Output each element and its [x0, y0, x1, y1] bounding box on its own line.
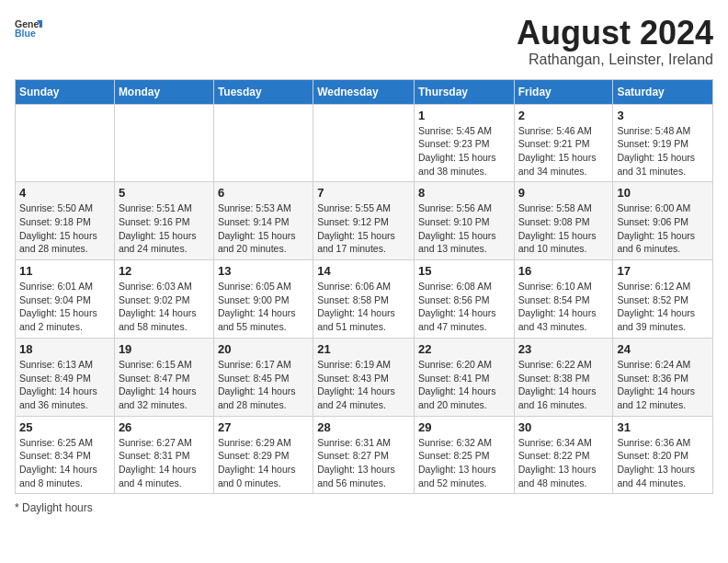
calendar-cell: 26Sunrise: 6:27 AM Sunset: 8:31 PM Dayli… — [114, 416, 213, 494]
calendar-cell: 10Sunrise: 6:00 AM Sunset: 9:06 PM Dayli… — [613, 182, 713, 260]
calendar-cell: 25Sunrise: 6:25 AM Sunset: 8:34 PM Dayli… — [16, 416, 115, 494]
calendar-week-5: 25Sunrise: 6:25 AM Sunset: 8:34 PM Dayli… — [16, 416, 713, 494]
day-number: 15 — [418, 264, 510, 278]
day-number: 27 — [218, 420, 309, 434]
svg-text:Blue: Blue — [15, 28, 36, 39]
day-number: 26 — [119, 420, 210, 434]
day-info: Sunrise: 6:24 AM Sunset: 8:36 PM Dayligh… — [617, 358, 709, 412]
day-number: 21 — [317, 342, 410, 356]
day-number: 17 — [617, 264, 709, 278]
day-info: Sunrise: 6:20 AM Sunset: 8:41 PM Dayligh… — [418, 358, 510, 412]
calendar-week-1: 1Sunrise: 5:45 AM Sunset: 9:23 PM Daylig… — [16, 104, 713, 182]
day-number: 18 — [19, 342, 110, 356]
calendar-cell — [313, 104, 415, 182]
calendar-cell: 20Sunrise: 6:17 AM Sunset: 8:45 PM Dayli… — [213, 338, 313, 416]
day-number: 22 — [418, 342, 510, 356]
calendar-cell: 31Sunrise: 6:36 AM Sunset: 8:20 PM Dayli… — [613, 416, 713, 494]
main-title: August 2024 — [517, 15, 713, 52]
calendar-cell: 8Sunrise: 5:56 AM Sunset: 9:10 PM Daylig… — [414, 182, 514, 260]
day-info: Sunrise: 5:51 AM Sunset: 9:16 PM Dayligh… — [119, 201, 210, 256]
day-header-saturday: Saturday — [613, 79, 713, 104]
calendar-cell: 30Sunrise: 6:34 AM Sunset: 8:22 PM Dayli… — [514, 416, 613, 494]
day-info: Sunrise: 5:50 AM Sunset: 9:18 PM Dayligh… — [19, 201, 110, 256]
calendar-cell: 29Sunrise: 6:32 AM Sunset: 8:25 PM Dayli… — [414, 416, 514, 494]
day-number: 12 — [119, 264, 210, 278]
day-info: Sunrise: 6:34 AM Sunset: 8:22 PM Dayligh… — [518, 436, 609, 490]
calendar-cell: 27Sunrise: 6:29 AM Sunset: 8:29 PM Dayli… — [213, 416, 313, 494]
calendar-cell: 3Sunrise: 5:48 AM Sunset: 9:19 PM Daylig… — [613, 104, 713, 182]
day-info: Sunrise: 6:36 AM Sunset: 8:20 PM Dayligh… — [617, 436, 709, 490]
day-number: 4 — [19, 186, 110, 200]
day-info: Sunrise: 5:46 AM Sunset: 9:21 PM Dayligh… — [518, 124, 609, 178]
calendar-cell: 5Sunrise: 5:51 AM Sunset: 9:16 PM Daylig… — [114, 182, 213, 260]
day-info: Sunrise: 5:55 AM Sunset: 9:12 PM Dayligh… — [317, 201, 410, 256]
calendar-cell: 16Sunrise: 6:10 AM Sunset: 8:54 PM Dayli… — [514, 260, 613, 339]
day-info: Sunrise: 6:06 AM Sunset: 8:58 PM Dayligh… — [317, 280, 410, 334]
calendar-cell: 21Sunrise: 6:19 AM Sunset: 8:43 PM Dayli… — [313, 338, 415, 416]
logo: General Blue — [15, 15, 42, 42]
day-info: Sunrise: 5:56 AM Sunset: 9:10 PM Dayligh… — [418, 201, 510, 256]
day-info: Sunrise: 6:12 AM Sunset: 8:52 PM Dayligh… — [617, 280, 709, 334]
logo-icon: General Blue — [15, 15, 42, 42]
day-info: Sunrise: 6:05 AM Sunset: 9:00 PM Dayligh… — [218, 280, 309, 334]
day-header-friday: Friday — [514, 79, 613, 104]
subtitle: Rathangan, Leinster, Ireland — [517, 52, 713, 68]
day-info: Sunrise: 6:25 AM Sunset: 8:34 PM Dayligh… — [19, 436, 110, 490]
day-info: Sunrise: 5:58 AM Sunset: 9:08 PM Dayligh… — [518, 201, 609, 256]
calendar-cell: 24Sunrise: 6:24 AM Sunset: 8:36 PM Dayli… — [613, 338, 713, 416]
calendar-cell: 22Sunrise: 6:20 AM Sunset: 8:41 PM Dayli… — [414, 338, 514, 416]
calendar-table: SundayMondayTuesdayWednesdayThursdayFrid… — [15, 79, 713, 495]
day-number: 13 — [218, 264, 309, 278]
day-info: Sunrise: 6:13 AM Sunset: 8:49 PM Dayligh… — [19, 358, 110, 412]
day-info: Sunrise: 5:48 AM Sunset: 9:19 PM Dayligh… — [617, 124, 709, 178]
calendar-cell: 6Sunrise: 5:53 AM Sunset: 9:14 PM Daylig… — [213, 182, 313, 260]
day-info: Sunrise: 6:00 AM Sunset: 9:06 PM Dayligh… — [617, 201, 709, 256]
day-info: Sunrise: 6:19 AM Sunset: 8:43 PM Dayligh… — [317, 358, 410, 412]
calendar-cell: 11Sunrise: 6:01 AM Sunset: 9:04 PM Dayli… — [16, 260, 115, 339]
day-number: 29 — [418, 420, 510, 434]
day-number: 20 — [218, 342, 309, 356]
day-header-tuesday: Tuesday — [213, 79, 313, 104]
calendar-week-3: 11Sunrise: 6:01 AM Sunset: 9:04 PM Dayli… — [16, 260, 713, 339]
day-number: 6 — [218, 186, 309, 200]
calendar-cell: 23Sunrise: 6:22 AM Sunset: 8:38 PM Dayli… — [514, 338, 613, 416]
day-number: 25 — [19, 420, 110, 434]
day-info: Sunrise: 6:08 AM Sunset: 8:56 PM Dayligh… — [418, 280, 510, 334]
day-info: Sunrise: 6:32 AM Sunset: 8:25 PM Dayligh… — [418, 436, 510, 490]
day-number: 11 — [19, 264, 110, 278]
day-number: 30 — [518, 420, 609, 434]
day-info: Sunrise: 6:22 AM Sunset: 8:38 PM Dayligh… — [518, 358, 609, 412]
day-number: 23 — [518, 342, 609, 356]
calendar-cell: 18Sunrise: 6:13 AM Sunset: 8:49 PM Dayli… — [16, 338, 115, 416]
calendar-cell — [16, 104, 115, 182]
day-number: 2 — [518, 109, 609, 122]
header: General Blue August 2024 Rathangan, Lein… — [15, 15, 713, 68]
day-info: Sunrise: 6:10 AM Sunset: 8:54 PM Dayligh… — [518, 280, 609, 334]
day-info: Sunrise: 6:17 AM Sunset: 8:45 PM Dayligh… — [218, 358, 309, 412]
day-info: Sunrise: 5:53 AM Sunset: 9:14 PM Dayligh… — [218, 201, 309, 256]
day-number: 8 — [418, 186, 510, 200]
calendar-cell: 4Sunrise: 5:50 AM Sunset: 9:18 PM Daylig… — [16, 182, 115, 260]
day-info: Sunrise: 5:45 AM Sunset: 9:23 PM Dayligh… — [418, 124, 510, 178]
day-info: Sunrise: 6:29 AM Sunset: 8:29 PM Dayligh… — [218, 436, 309, 490]
calendar-cell: 28Sunrise: 6:31 AM Sunset: 8:27 PM Dayli… — [313, 416, 415, 494]
day-number: 14 — [317, 264, 410, 278]
calendar-cell — [213, 104, 313, 182]
day-header-sunday: Sunday — [16, 79, 115, 104]
day-number: 16 — [518, 264, 609, 278]
day-info: Sunrise: 6:03 AM Sunset: 9:02 PM Dayligh… — [119, 280, 210, 334]
day-number: 24 — [617, 342, 709, 356]
day-header-thursday: Thursday — [414, 79, 514, 104]
day-info: Sunrise: 6:27 AM Sunset: 8:31 PM Dayligh… — [119, 436, 210, 490]
day-number: 1 — [418, 109, 510, 122]
day-header-monday: Monday — [114, 79, 213, 104]
calendar-cell: 15Sunrise: 6:08 AM Sunset: 8:56 PM Dayli… — [414, 260, 514, 339]
calendar-header-row: SundayMondayTuesdayWednesdayThursdayFrid… — [16, 79, 713, 104]
day-number: 5 — [119, 186, 210, 200]
title-area: August 2024 Rathangan, Leinster, Ireland — [517, 15, 713, 68]
calendar-cell: 9Sunrise: 5:58 AM Sunset: 9:08 PM Daylig… — [514, 182, 613, 260]
day-number: 10 — [617, 186, 709, 200]
footer-text: Daylight hours — [22, 501, 93, 514]
footer-note: * Daylight hours — [15, 501, 713, 514]
day-number: 28 — [317, 420, 410, 434]
